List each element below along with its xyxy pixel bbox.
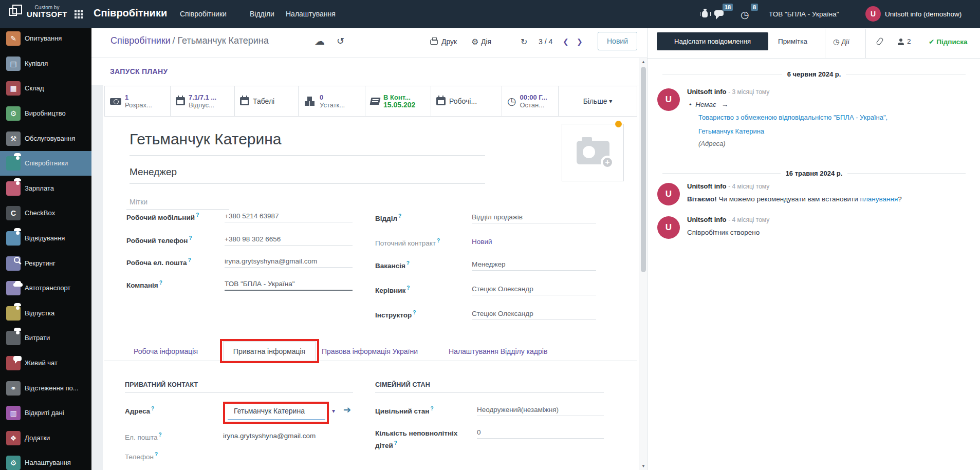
help-icon[interactable]: ?: [189, 235, 192, 241]
address-dropdown-caret-icon[interactable]: ▾: [332, 407, 335, 415]
sidebar-item-attendances[interactable]: Відвідування: [0, 226, 91, 251]
current-contract-link[interactable]: Новий: [472, 238, 596, 248]
menu-departments[interactable]: Відділи: [247, 0, 278, 28]
stat-contract[interactable]: В Конт...15.05.202: [365, 86, 431, 116]
help-icon[interactable]: ?: [437, 238, 440, 243]
pager-next-icon[interactable]: ❯: [577, 37, 583, 46]
following-button[interactable]: ✔Підписка: [929, 37, 968, 46]
private-email-value[interactable]: iryna.grytsyshyna@gmail.com: [223, 432, 346, 442]
activities-button[interactable]: ◷Дії: [833, 37, 849, 46]
log-note-button[interactable]: Примітка: [778, 37, 807, 45]
sidebar-item-checkbox[interactable]: CCheckBox: [0, 201, 91, 225]
apps-grid-icon[interactable]: [75, 10, 83, 18]
user-avatar[interactable]: U: [865, 6, 881, 22]
avatar[interactable]: U: [657, 216, 680, 239]
stat-work-entries[interactable]: Робочі...: [431, 86, 502, 116]
followers-count[interactable]: 2: [907, 37, 911, 45]
scrollbar-thumb[interactable]: [641, 67, 646, 272]
stat-timesheets[interactable]: Табелі: [235, 86, 299, 116]
address-internal-link-icon[interactable]: ➔: [343, 404, 351, 416]
help-icon[interactable]: ?: [413, 310, 416, 315]
new-record-button[interactable]: Новий: [598, 32, 637, 50]
sidebar-item-fleet[interactable]: Автотранспорт: [0, 276, 91, 300]
refresh-icon[interactable]: ↻: [521, 37, 527, 47]
tracking-new-value-link[interactable]: Товариство з обмеженою відповідальністю …: [698, 114, 887, 121]
employee-photo-placeholder[interactable]: +: [562, 124, 624, 181]
planning-link[interactable]: планування: [860, 195, 898, 203]
followers-icon[interactable]: [897, 39, 904, 45]
activities-clock-icon[interactable]: ◷: [741, 9, 749, 21]
sidebar-item-recruitment[interactable]: Рекрутинг: [0, 251, 91, 276]
marital-status-input[interactable]: Неодружений(незаміжня): [477, 406, 604, 416]
sidebar-item-employees-active[interactable]: Співробітники: [0, 151, 91, 176]
tab-work-information[interactable]: Робоча інформація: [134, 347, 198, 355]
job-position-input[interactable]: Менеджер: [472, 260, 596, 271]
sidebar-item-manufacturing[interactable]: ⚙Виробництво: [0, 101, 91, 126]
menu-settings[interactable]: Налаштування: [283, 0, 339, 28]
message-author[interactable]: Unitsoft info: [687, 216, 727, 223]
company-switcher[interactable]: ТОВ "БПЛА - Україна": [769, 10, 839, 18]
scroll-up-icon[interactable]: ▲: [639, 60, 648, 64]
help-icon[interactable]: ?: [155, 452, 158, 457]
address-input[interactable]: Гетьманчук Катерина: [234, 407, 305, 415]
action-button[interactable]: Дія: [481, 37, 491, 46]
work-mobile-input[interactable]: +380 5214 63987: [225, 212, 353, 222]
user-menu[interactable]: Unitsoft info (demoshow): [885, 10, 961, 18]
help-icon[interactable]: ?: [159, 280, 162, 286]
launch-plan-link[interactable]: ЗАПУСК ПЛАНУ: [110, 67, 168, 76]
print-icon[interactable]: [430, 40, 438, 45]
avatar[interactable]: U: [657, 88, 680, 111]
discard-undo-icon[interactable]: ↺: [337, 35, 344, 47]
stat-payslips[interactable]: 1Розрах...: [105, 86, 171, 116]
sidebar-item-payroll[interactable]: Зарплата: [0, 176, 91, 201]
help-icon[interactable]: ?: [151, 406, 154, 411]
sidebar-item-livechat[interactable]: Живий чат: [0, 351, 91, 375]
children-count-input[interactable]: 0: [477, 428, 604, 439]
sidebar-item-expenses[interactable]: Витрати: [0, 326, 91, 350]
print-button[interactable]: Друк: [441, 37, 457, 46]
coach-input[interactable]: Стецюк Олександр: [472, 310, 596, 320]
sidebar-item-maintenance[interactable]: ⚒Обслуговування: [0, 126, 91, 151]
sidebar-item-purchase[interactable]: ▤Купівля: [0, 51, 91, 76]
manager-input[interactable]: Стецюк Олександр: [472, 285, 596, 295]
tab-hr-legal-ukraine[interactable]: Правова інформація України: [322, 347, 418, 355]
save-cloud-icon[interactable]: ☁↑: [315, 35, 325, 47]
tab-hr-settings[interactable]: Налаштування Відділу кадрів: [449, 347, 547, 355]
tab-private-information-active[interactable]: Приватна інформація: [223, 341, 316, 361]
breadcrumb-parent[interactable]: Співробітники: [110, 35, 171, 46]
stat-equipment[interactable]: 0Устатк...: [299, 86, 365, 116]
sidebar-item-surveys[interactable]: ✎Опитування: [0, 26, 91, 51]
work-phone-input[interactable]: +380 98 302 6656: [225, 235, 353, 246]
help-icon[interactable]: ?: [406, 285, 410, 291]
help-icon[interactable]: ?: [398, 213, 401, 219]
scroll-down-icon[interactable]: ▼: [639, 464, 648, 468]
sidebar-item-time-off[interactable]: Відпустка: [0, 301, 91, 326]
avatar[interactable]: U: [657, 183, 680, 205]
stat-more-button[interactable]: Більше ▾: [559, 86, 637, 116]
help-icon[interactable]: ?: [430, 406, 433, 411]
vertical-scrollbar[interactable]: ▲ ▼: [639, 58, 647, 470]
message-author[interactable]: Unitsoft info: [687, 88, 727, 96]
sidebar-item-settings[interactable]: ⚙Налаштування: [0, 450, 91, 470]
stat-last-activity[interactable]: ◷ 00:00 Г...Остан...: [502, 86, 559, 116]
department-input[interactable]: Відділ продажів: [472, 213, 596, 223]
help-icon[interactable]: ?: [196, 212, 199, 218]
help-icon[interactable]: ?: [406, 260, 410, 266]
pager-previous-icon[interactable]: ❮: [563, 37, 569, 46]
company-input[interactable]: ТОВ "БПЛА - Україна": [225, 280, 353, 291]
tags-input[interactable]: Мітки: [130, 198, 147, 206]
attachment-paperclip-icon[interactable]: [876, 37, 884, 46]
help-icon[interactable]: ?: [188, 257, 191, 263]
stat-time-off[interactable]: 7.1/7.1 ...Відпус...: [171, 86, 235, 116]
help-icon[interactable]: ?: [159, 432, 162, 438]
employee-name-input[interactable]: Гетьманчук Катерина: [130, 130, 282, 148]
job-title-input[interactable]: Менеджер: [130, 166, 177, 178]
message-author[interactable]: Unitsoft info: [687, 182, 727, 190]
help-icon[interactable]: ?: [394, 440, 397, 446]
menu-employees[interactable]: Співробітники: [177, 0, 230, 28]
unitsoft-logo[interactable]: Custom by UNITSOFT: [27, 5, 67, 19]
sidebar-item-apps[interactable]: ❖Додатки: [0, 426, 91, 450]
action-gear-icon[interactable]: ⚙: [471, 37, 478, 47]
tracking-new-value-link[interactable]: Гетьманчук Катерина: [698, 127, 764, 135]
sidebar-item-open-data[interactable]: ▥Відкриті дані: [0, 401, 91, 425]
